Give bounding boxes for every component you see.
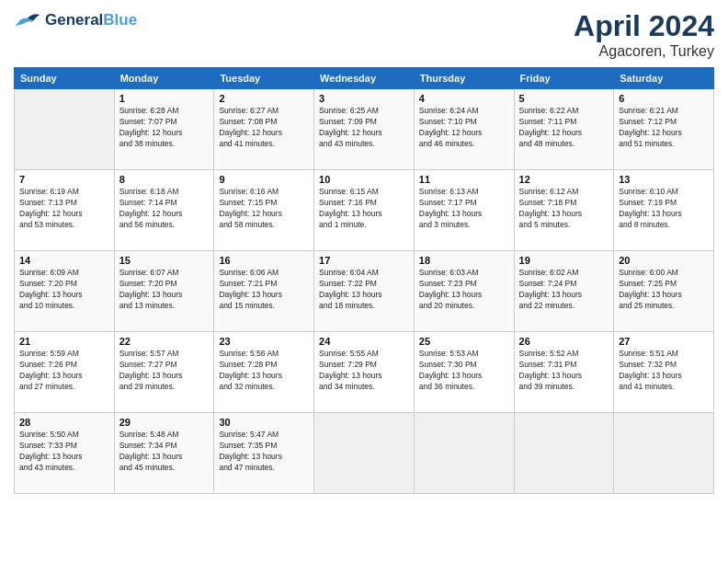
day-info: Sunrise: 5:51 AMSunset: 7:32 PMDaylight:…: [619, 349, 709, 393]
day-number: 19: [519, 255, 609, 266]
day-cell: 15Sunrise: 6:07 AMSunset: 7:20 PMDayligh…: [114, 251, 214, 332]
day-cell: 20Sunrise: 6:00 AMSunset: 7:25 PMDayligh…: [614, 251, 714, 332]
calendar-subtitle: Agacoren, Turkey: [574, 43, 714, 60]
day-info: Sunrise: 6:16 AMSunset: 7:15 PMDaylight:…: [219, 187, 309, 231]
day-number: 21: [19, 336, 109, 347]
day-number: 29: [119, 417, 210, 428]
day-number: 20: [619, 255, 709, 266]
day-number: 30: [219, 417, 309, 428]
day-info: Sunrise: 6:03 AMSunset: 7:23 PMDaylight:…: [419, 268, 509, 312]
day-cell: 30Sunrise: 5:47 AMSunset: 7:35 PMDayligh…: [214, 413, 314, 494]
day-number: 5: [519, 93, 609, 104]
day-cell: 3Sunrise: 6:25 AMSunset: 7:09 PMDaylight…: [314, 89, 415, 170]
weekday-header-saturday: Saturday: [614, 68, 714, 89]
day-info: Sunrise: 6:04 AMSunset: 7:22 PMDaylight:…: [319, 268, 409, 312]
weekday-header-thursday: Thursday: [414, 68, 514, 89]
weekday-header-tuesday: Tuesday: [214, 68, 314, 89]
day-info: Sunrise: 6:18 AMSunset: 7:14 PMDaylight:…: [119, 187, 210, 231]
day-number: 27: [619, 336, 709, 347]
day-info: Sunrise: 6:09 AMSunset: 7:20 PMDaylight:…: [19, 268, 109, 312]
day-number: 6: [619, 93, 709, 104]
day-cell: 7Sunrise: 6:19 AMSunset: 7:13 PMDaylight…: [15, 170, 115, 251]
day-cell: 28Sunrise: 5:50 AMSunset: 7:33 PMDayligh…: [15, 413, 115, 494]
day-number: 8: [119, 174, 210, 185]
day-cell: 22Sunrise: 5:57 AMSunset: 7:27 PMDayligh…: [114, 332, 214, 413]
calendar-title: April 2024: [574, 9, 714, 43]
day-info: Sunrise: 5:55 AMSunset: 7:29 PMDaylight:…: [319, 349, 409, 393]
day-info: Sunrise: 6:12 AMSunset: 7:18 PMDaylight:…: [519, 187, 609, 231]
day-info: Sunrise: 6:22 AMSunset: 7:11 PMDaylight:…: [519, 106, 609, 150]
day-info: Sunrise: 6:00 AMSunset: 7:25 PMDaylight:…: [619, 268, 709, 312]
day-cell: 4Sunrise: 6:24 AMSunset: 7:10 PMDaylight…: [414, 89, 514, 170]
day-info: Sunrise: 5:57 AMSunset: 7:27 PMDaylight:…: [119, 349, 210, 393]
header: GeneralBlue April 2024 Agacoren, Turkey: [14, 9, 714, 60]
day-cell: [414, 413, 514, 494]
day-cell: [514, 413, 614, 494]
weekday-header-friday: Friday: [514, 68, 614, 89]
logo-icon: [14, 9, 41, 31]
day-number: 23: [219, 336, 309, 347]
day-info: Sunrise: 5:56 AMSunset: 7:28 PMDaylight:…: [219, 349, 309, 393]
day-info: Sunrise: 6:13 AMSunset: 7:17 PMDaylight:…: [419, 187, 509, 231]
day-info: Sunrise: 5:50 AMSunset: 7:33 PMDaylight:…: [19, 430, 109, 474]
week-row-3: 21Sunrise: 5:59 AMSunset: 7:26 PMDayligh…: [15, 332, 714, 413]
day-number: 25: [419, 336, 509, 347]
day-cell: 11Sunrise: 6:13 AMSunset: 7:17 PMDayligh…: [414, 170, 514, 251]
day-cell: 24Sunrise: 5:55 AMSunset: 7:29 PMDayligh…: [314, 332, 415, 413]
page: GeneralBlue April 2024 Agacoren, Turkey …: [0, 0, 728, 563]
day-cell: [614, 413, 714, 494]
day-cell: [314, 413, 415, 494]
day-cell: 12Sunrise: 6:12 AMSunset: 7:18 PMDayligh…: [514, 170, 614, 251]
day-number: 28: [19, 417, 109, 428]
logo-text: GeneralBlue: [45, 11, 137, 29]
day-cell: 8Sunrise: 6:18 AMSunset: 7:14 PMDaylight…: [114, 170, 214, 251]
day-cell: 27Sunrise: 5:51 AMSunset: 7:32 PMDayligh…: [614, 332, 714, 413]
day-cell: 6Sunrise: 6:21 AMSunset: 7:12 PMDaylight…: [614, 89, 714, 170]
day-number: 2: [219, 93, 309, 104]
week-row-2: 14Sunrise: 6:09 AMSunset: 7:20 PMDayligh…: [15, 251, 714, 332]
day-info: Sunrise: 6:21 AMSunset: 7:12 PMDaylight:…: [619, 106, 709, 150]
day-info: Sunrise: 6:27 AMSunset: 7:08 PMDaylight:…: [219, 106, 309, 150]
day-info: Sunrise: 6:24 AMSunset: 7:10 PMDaylight:…: [419, 106, 509, 150]
day-number: 1: [119, 93, 210, 104]
day-number: 17: [319, 255, 409, 266]
day-number: 26: [519, 336, 609, 347]
day-cell: 16Sunrise: 6:06 AMSunset: 7:21 PMDayligh…: [214, 251, 314, 332]
day-number: 3: [319, 93, 409, 104]
day-cell: 21Sunrise: 5:59 AMSunset: 7:26 PMDayligh…: [15, 332, 115, 413]
day-number: 16: [219, 255, 309, 266]
day-cell: 25Sunrise: 5:53 AMSunset: 7:30 PMDayligh…: [414, 332, 514, 413]
day-cell: [15, 89, 115, 170]
day-number: 10: [319, 174, 409, 185]
weekday-header-monday: Monday: [114, 68, 214, 89]
day-info: Sunrise: 6:02 AMSunset: 7:24 PMDaylight:…: [519, 268, 609, 312]
day-cell: 17Sunrise: 6:04 AMSunset: 7:22 PMDayligh…: [314, 251, 415, 332]
day-cell: 19Sunrise: 6:02 AMSunset: 7:24 PMDayligh…: [514, 251, 614, 332]
day-info: Sunrise: 5:59 AMSunset: 7:26 PMDaylight:…: [19, 349, 109, 393]
day-info: Sunrise: 6:28 AMSunset: 7:07 PMDaylight:…: [119, 106, 210, 150]
day-number: 24: [319, 336, 409, 347]
week-row-4: 28Sunrise: 5:50 AMSunset: 7:33 PMDayligh…: [15, 413, 714, 494]
day-info: Sunrise: 6:25 AMSunset: 7:09 PMDaylight:…: [319, 106, 409, 150]
day-cell: 2Sunrise: 6:27 AMSunset: 7:08 PMDaylight…: [214, 89, 314, 170]
day-info: Sunrise: 5:47 AMSunset: 7:35 PMDaylight:…: [219, 430, 309, 474]
day-cell: 13Sunrise: 6:10 AMSunset: 7:19 PMDayligh…: [614, 170, 714, 251]
day-info: Sunrise: 6:06 AMSunset: 7:21 PMDaylight:…: [219, 268, 309, 312]
day-number: 4: [419, 93, 509, 104]
day-info: Sunrise: 6:10 AMSunset: 7:19 PMDaylight:…: [619, 187, 709, 231]
day-number: 14: [19, 255, 109, 266]
day-cell: 5Sunrise: 6:22 AMSunset: 7:11 PMDaylight…: [514, 89, 614, 170]
day-cell: 26Sunrise: 5:52 AMSunset: 7:31 PMDayligh…: [514, 332, 614, 413]
day-number: 12: [519, 174, 609, 185]
day-number: 9: [219, 174, 309, 185]
logo: GeneralBlue: [14, 9, 137, 31]
day-number: 13: [619, 174, 709, 185]
day-info: Sunrise: 6:07 AMSunset: 7:20 PMDaylight:…: [119, 268, 210, 312]
weekday-header-wednesday: Wednesday: [314, 68, 415, 89]
day-info: Sunrise: 5:52 AMSunset: 7:31 PMDaylight:…: [519, 349, 609, 393]
weekday-header-row: SundayMondayTuesdayWednesdayThursdayFrid…: [15, 68, 714, 89]
day-cell: 18Sunrise: 6:03 AMSunset: 7:23 PMDayligh…: [414, 251, 514, 332]
day-cell: 1Sunrise: 6:28 AMSunset: 7:07 PMDaylight…: [114, 89, 214, 170]
day-number: 18: [419, 255, 509, 266]
day-number: 22: [119, 336, 210, 347]
